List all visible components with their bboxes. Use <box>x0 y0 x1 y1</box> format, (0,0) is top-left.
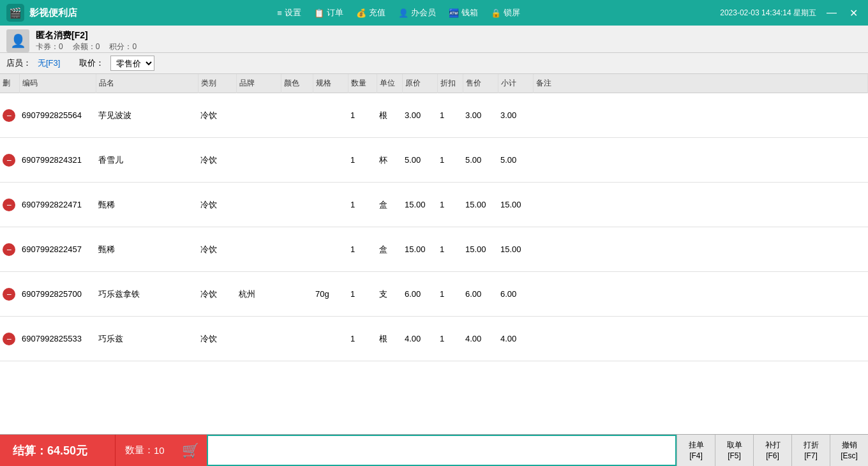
cell-sale: 4.00 <box>463 317 498 361</box>
customer-details: 卡券：0 余额：0 积分：0 <box>36 41 137 52</box>
cell-note <box>533 227 868 272</box>
titlebar: 🎬 影视便利店 ≡ 设置 📋 订单 💰 充值 👤 办会员 🏧 钱箱 🔒 锁屏 2… <box>0 0 868 26</box>
nav-recharge[interactable]: 💰 充值 <box>356 7 385 19</box>
cell-qty: 1 <box>348 227 377 272</box>
qty-label: 数量： <box>125 444 154 456</box>
minimize-button[interactable]: — <box>823 6 841 20</box>
staff-bar: 店员： 无[F3] 取价： 零售价 <box>0 53 868 74</box>
cell-sale: 5.00 <box>463 138 498 183</box>
delete-cell: − <box>0 227 19 272</box>
cell-name: 甄稀 <box>96 183 198 227</box>
app-logo: 🎬 <box>6 4 24 22</box>
delete-row-button[interactable]: − <box>3 109 15 122</box>
main-window: 👤 匿名消费[F2] 卡券：0 余额：0 积分：0 店员： 无[F3] 取价： … <box>0 26 868 466</box>
barcode-input[interactable] <box>207 435 677 466</box>
nav-member-label: 办会员 <box>411 7 436 19</box>
close-button[interactable]: ✕ <box>846 6 862 20</box>
table-row: − 6907992825533 巧乐兹 冷饮 1 根 4.00 1 4.00 4… <box>0 317 868 361</box>
price-select[interactable]: 零售价 <box>110 56 154 71</box>
delete-row-button[interactable]: − <box>3 199 15 211</box>
header-qty: 数量 <box>348 74 377 93</box>
cell-sub: 15.00 <box>498 183 533 227</box>
header-unit: 单位 <box>377 74 402 93</box>
cell-brand <box>236 93 281 138</box>
cell-unit: 盒 <box>377 227 402 272</box>
nav-cashbox[interactable]: 🏧 钱箱 <box>449 7 478 19</box>
discount-button[interactable]: 打折 [F7] <box>791 435 830 466</box>
cell-color <box>281 93 313 138</box>
table-row: − 6907992825700 巧乐兹拿铁 冷饮 杭州 70g 1 支 6.00… <box>0 272 868 317</box>
delete-row-button[interactable]: − <box>3 288 15 301</box>
take-order-button[interactable]: 取单 [F5] <box>715 435 753 466</box>
bag-icon[interactable]: 🛒 <box>174 435 207 466</box>
cell-disc: 1 <box>437 93 463 138</box>
window-controls: — ✕ <box>823 6 862 20</box>
cell-cat: 冷饮 <box>198 183 236 227</box>
cell-disc: 1 <box>437 317 463 361</box>
cell-sale: 3.00 <box>463 93 498 138</box>
cell-code: 6907992825564 <box>19 93 96 138</box>
cell-disc: 1 <box>437 183 463 227</box>
cell-note <box>533 93 868 138</box>
customer-bar: 👤 匿名消费[F2] 卡券：0 余额：0 积分：0 <box>0 26 868 53</box>
cell-sub: 4.00 <box>498 317 533 361</box>
lock-icon: 🔒 <box>491 8 501 18</box>
checkout-amount: 64.50元 <box>47 443 87 458</box>
header-brand: 品牌 <box>236 74 281 93</box>
table-row: − 6907992822457 甄稀 冷饮 1 盒 15.00 1 15.00 … <box>0 227 868 272</box>
cancel-button[interactable]: 撤销 [Esc] <box>830 435 868 466</box>
cell-name: 香雪儿 <box>96 138 198 183</box>
cell-cat: 冷饮 <box>198 272 236 317</box>
cell-cat: 冷饮 <box>198 227 236 272</box>
cell-unit: 根 <box>377 93 402 138</box>
nav-member[interactable]: 👤 办会员 <box>398 7 436 19</box>
cell-note <box>533 272 868 317</box>
header-name: 品名 <box>96 74 198 93</box>
header-disc: 折扣 <box>437 74 463 93</box>
delete-row-button[interactable]: − <box>3 333 15 345</box>
nav-lockscreen[interactable]: 🔒 锁屏 <box>491 7 520 19</box>
member-icon: 👤 <box>398 8 408 18</box>
delete-row-button[interactable]: − <box>3 243 15 256</box>
quantity-info: 数量： 10 <box>115 435 174 466</box>
nav-orders[interactable]: 📋 订单 <box>314 7 343 19</box>
cell-orig: 5.00 <box>402 138 437 183</box>
header-del: 删 <box>0 74 19 93</box>
delete-row-button[interactable]: − <box>3 154 15 167</box>
hang-order-button[interactable]: 挂单 [F4] <box>677 435 715 466</box>
table-body: − 6907992825564 芋见波波 冷饮 1 根 3.00 1 3.00 … <box>0 93 868 361</box>
cell-note <box>533 317 868 361</box>
nav-settings[interactable]: ≡ 设置 <box>277 7 301 19</box>
cell-name: 芋见波波 <box>96 93 198 138</box>
cell-spec <box>313 317 348 361</box>
cell-cat: 冷饮 <box>198 138 236 183</box>
cell-code: 6907992825533 <box>19 317 96 361</box>
checkout-button[interactable]: 结算： 64.50元 <box>0 435 115 466</box>
cell-color <box>281 183 313 227</box>
delete-cell: − <box>0 93 19 138</box>
cell-cat: 冷饮 <box>198 317 236 361</box>
reprint-button[interactable]: 补打 [F6] <box>753 435 791 466</box>
cell-disc: 1 <box>437 272 463 317</box>
customer-name[interactable]: 匿名消费[F2] <box>36 30 137 41</box>
price-label: 取价： <box>79 57 104 69</box>
cell-spec <box>313 93 348 138</box>
delete-cell: − <box>0 138 19 183</box>
cell-sub: 3.00 <box>498 93 533 138</box>
cell-code: 6907992822457 <box>19 227 96 272</box>
cell-unit: 盒 <box>377 183 402 227</box>
cell-sale: 15.00 <box>463 227 498 272</box>
cell-brand <box>236 183 281 227</box>
header-spec: 规格 <box>313 74 348 93</box>
products-table: 删 编码 品名 类别 品牌 颜色 规格 数量 单位 原价 折扣 售价 小计 备注 <box>0 74 868 361</box>
staff-value[interactable]: 无[F3] <box>38 57 60 69</box>
cell-note <box>533 183 868 227</box>
cell-qty: 1 <box>348 183 377 227</box>
order-icon: 📋 <box>314 8 324 18</box>
action-buttons: 挂单 [F4] 取单 [F5] 补打 [F6] 打折 [F7] 撤销 [Esc] <box>677 435 868 466</box>
cell-sub: 15.00 <box>498 227 533 272</box>
cell-unit: 根 <box>377 317 402 361</box>
cell-orig: 4.00 <box>402 317 437 361</box>
cell-cat: 冷饮 <box>198 93 236 138</box>
cell-unit: 支 <box>377 272 402 317</box>
